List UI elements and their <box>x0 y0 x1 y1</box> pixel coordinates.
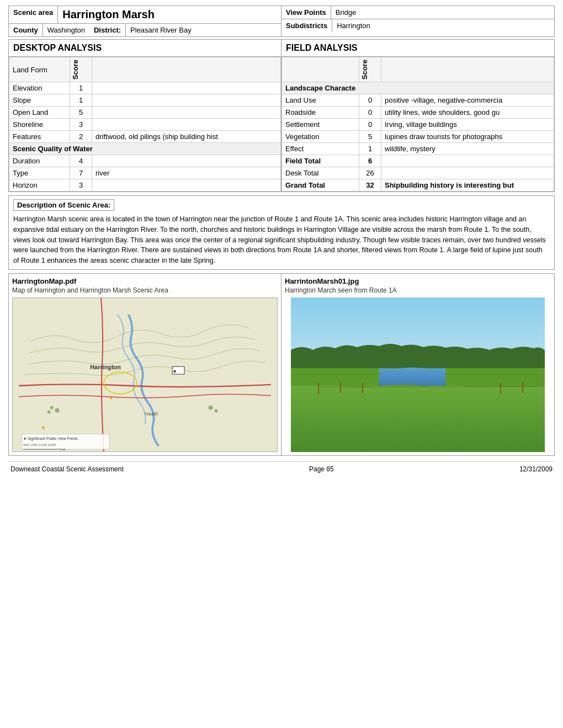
row-score: 0 <box>359 107 381 119</box>
row-score: 3 <box>70 179 92 192</box>
svg-text:★ Significant Public View Poin: ★ Significant Public View Points <box>23 437 78 441</box>
landscape-label: Landscape Characte <box>282 82 554 94</box>
row-name: Shoreline <box>9 119 70 131</box>
svg-text:Heath: Heath <box>145 411 158 417</box>
table-row: Shoreline 3 <box>9 119 281 131</box>
field-note-header <box>381 57 554 82</box>
row-name: Elevation <box>9 82 70 94</box>
landscape-header: Landscape Characte <box>282 82 554 94</box>
row-note: driftwood, old pilings (ship building hi… <box>92 131 281 143</box>
svg-point-6 <box>209 405 213 410</box>
field-analysis-panel: FIELD ANALYSIS Score Landscape Characte <box>282 40 554 192</box>
row-name: Duration <box>9 155 70 167</box>
scenic-quality-header: Scenic Quality of Water <box>9 143 281 155</box>
row-name: Horizon <box>9 179 70 192</box>
svg-point-7 <box>215 409 218 412</box>
desktop-analysis-table: Land Form Score Elevation 1 Slope <box>9 57 281 192</box>
row-name: Effect <box>282 143 359 155</box>
footer: Downeast Coastal Scenic Assessment Page … <box>8 461 555 476</box>
row-note: positive -village, negative-commercia <box>381 94 554 107</box>
footer-center: Page 85 <box>309 465 334 473</box>
row-note <box>92 155 281 167</box>
photo-filename: HarrintonMarsh01.jpg <box>285 277 551 285</box>
field-total-label: Field Total <box>282 155 359 167</box>
table-row: Settlement 0 Irving, village buildings <box>282 119 554 131</box>
map-filename: HarringtonMap.pdf <box>12 277 278 285</box>
desk-total-note <box>381 167 554 179</box>
svg-text:■: ■ <box>173 369 176 374</box>
header-right: View Points Bridge Subdistricts Harringt… <box>282 6 554 36</box>
svg-rect-20 <box>291 386 545 452</box>
desktop-analysis-title: DESKTOP ANALYSIS <box>9 40 281 57</box>
main-analysis-grid: DESKTOP ANALYSIS Land Form Score Elevati… <box>8 39 555 192</box>
score-header-text: Score <box>70 57 81 82</box>
row-name: Type <box>9 167 70 179</box>
row-score: 1 <box>70 82 92 94</box>
table-row: Vegetation 5 lupines draw tourists for p… <box>282 131 554 143</box>
svg-point-3 <box>50 406 54 409</box>
row-note <box>92 107 281 119</box>
grand-total-note: Shipbuilding history is interesting but <box>381 179 554 192</box>
header-row-subdistricts: Subdistricts Harrington <box>282 19 554 32</box>
county-value: Washington <box>43 24 89 36</box>
score-header-cell: Score <box>70 57 92 82</box>
row-name: Settlement <box>282 119 359 131</box>
header-row-scenic: Scenic area Harrington Marsh <box>9 6 281 24</box>
description-text: Harrington Marsh scenic area is located … <box>13 214 550 266</box>
row-name: Land Use <box>282 94 359 107</box>
map-description: Map of Harrington and Harrington Marsh S… <box>12 286 278 294</box>
svg-text:★: ★ <box>109 396 113 401</box>
files-grid: HarringtonMap.pdf Map of Harrington and … <box>8 273 555 456</box>
row-note <box>92 179 281 192</box>
description-title: Description of Scenic Area: <box>13 199 114 211</box>
row-note <box>92 94 281 107</box>
view-points-label: View Points <box>282 6 331 19</box>
description-section: Description of Scenic Area: Harrington M… <box>8 195 555 270</box>
table-row: Horizon 3 <box>9 179 281 192</box>
row-score: 0 <box>359 119 381 131</box>
footer-left: Downeast Coastal Scenic Assessment <box>10 465 124 473</box>
row-score: 0 <box>359 94 381 107</box>
table-row: Open Land 5 <box>9 107 281 119</box>
svg-text:Harrington: Harrington <box>90 364 121 370</box>
row-name: Slope <box>9 94 70 107</box>
row-score: 2 <box>70 131 92 143</box>
grand-total-value: 32 <box>359 179 381 192</box>
row-note: lupines draw tourists for photographs <box>381 131 554 143</box>
land-form-header: Land Form <box>9 57 70 82</box>
desk-total-row: Desk Total 26 <box>282 167 554 179</box>
field-score-header-text: Score <box>359 57 370 82</box>
map-file-panel: HarringtonMap.pdf Map of Harrington and … <box>9 274 282 455</box>
district-value: Pleasant River Bay <box>126 24 196 36</box>
header-grid: Scenic area Harrington Marsh County Wash… <box>8 6 555 37</box>
row-note: Irving, village buildings <box>381 119 554 131</box>
row-score: 4 <box>70 155 92 167</box>
row-score: 1 <box>359 143 381 155</box>
svg-text:600 1,000  2,000  3,000: 600 1,000 2,000 3,000 <box>23 443 56 447</box>
header-left: Scenic area Harrington Marsh County Wash… <box>9 6 282 36</box>
district-label: District: <box>89 24 126 36</box>
field-analysis-table: Score Landscape Characte Land Use 0 posi… <box>282 57 554 192</box>
scenic-area-label: Scenic area <box>9 6 58 23</box>
row-name: Roadside <box>282 107 359 119</box>
svg-text:═══════════════ Feet: ═══════════════ Feet <box>23 448 66 451</box>
footer-right: 12/31/2009 <box>519 465 553 473</box>
map-image: Harrington Heath ★ Significant Public Vi… <box>12 297 278 452</box>
row-score: 3 <box>70 119 92 131</box>
table-row: Slope 1 <box>9 94 281 107</box>
desktop-analysis-panel: DESKTOP ANALYSIS Land Form Score Elevati… <box>9 40 282 192</box>
scenic-area-name: Harrington Marsh <box>58 6 159 23</box>
table-row: Duration 4 <box>9 155 281 167</box>
desk-total-value: 26 <box>359 167 381 179</box>
grand-total-row: Grand Total 32 Shipbuilding history is i… <box>282 179 554 192</box>
note-header <box>92 57 281 82</box>
header-row-county: County Washington District: Pleasant Riv… <box>9 24 281 36</box>
svg-point-4 <box>55 408 60 412</box>
field-analysis-title: FIELD ANALYSIS <box>282 40 554 57</box>
row-score: 7 <box>70 167 92 179</box>
subdistricts-label: Subdistricts <box>282 19 332 32</box>
desk-total-label: Desk Total <box>282 167 359 179</box>
row-name: Open Land <box>9 107 70 119</box>
grand-total-label: Grand Total <box>282 179 359 192</box>
row-name: Vegetation <box>282 131 359 143</box>
